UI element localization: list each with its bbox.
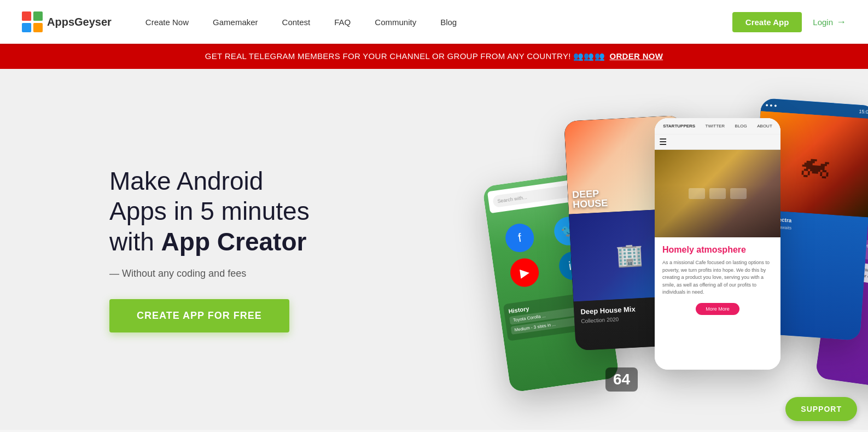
login-arrow-icon: →: [836, 16, 846, 28]
nav-item-create-now[interactable]: Create Now: [133, 0, 201, 44]
hero-subtitle: Without any coding and fees: [109, 268, 317, 279]
phone-restaurant: STARTUPPERS TWITTER BLOG ABOUT ☰: [655, 118, 780, 370]
nav-item-blog[interactable]: Blog: [428, 0, 469, 44]
more-button[interactable]: More More: [696, 303, 739, 315]
phone3-tab-startuppers: STARTUPPERS: [663, 124, 695, 129]
youtube-icon: ▶: [509, 256, 541, 289]
restaurant-name: Homely atmosphere: [662, 245, 773, 255]
hero-title-bold: App Creator: [161, 227, 307, 256]
logo[interactable]: AppsGeyser: [22, 11, 112, 32]
create-app-button[interactable]: Create App: [732, 12, 802, 32]
facebook-icon: f: [504, 222, 536, 254]
create-app-free-button[interactable]: CREATE APP FOR FREE: [109, 299, 289, 332]
phone-group: Search with... f 🐦 ▶ in History Toyota C…: [485, 96, 868, 402]
svg-rect-2: [22, 23, 31, 32]
phone3-tab-about: ABOUT: [757, 124, 772, 129]
nav-item-contest[interactable]: Contest: [270, 0, 323, 44]
banner-text: GET REAL TELEGRAM MEMBERS FOR YOUR CHANN…: [205, 51, 605, 61]
phone3-tab-blog: BLOG: [735, 124, 747, 129]
hero-section: Make Android Apps in 5 minutes with App …: [0, 69, 868, 430]
restaurant-desc: As a missional Cafe focused on lasting o…: [662, 259, 773, 296]
navbar: AppsGeyser Create Now Gamemaker Contest …: [0, 0, 868, 44]
svg-rect-0: [22, 11, 31, 21]
number-badge: 64: [605, 367, 638, 392]
support-button[interactable]: SUPPORT: [785, 397, 857, 421]
nav-links: Create Now Gamemaker Contest FAQ Communi…: [133, 0, 727, 44]
svg-rect-1: [33, 11, 43, 21]
banner-order-link[interactable]: ORDER NOW: [610, 51, 663, 61]
hero-content: Make Android Apps in 5 minutes with App …: [0, 166, 317, 332]
logo-icon: [22, 11, 43, 32]
svg-rect-3: [33, 23, 43, 32]
nav-item-gamemaker[interactable]: Gamemaker: [201, 0, 270, 44]
login-label: Login: [813, 17, 833, 27]
logo-text: AppsGeyser: [47, 16, 112, 28]
nav-item-faq[interactable]: FAQ: [322, 0, 363, 44]
phone3-tab-twitter: TWITTER: [706, 124, 725, 129]
nav-item-community[interactable]: Community: [363, 0, 428, 44]
phones-illustration: Search with... f 🐦 ▶ in History Toyota C…: [485, 96, 868, 402]
hero-title: Make Android Apps in 5 minutes with App …: [109, 166, 317, 257]
promo-banner: GET REAL TELEGRAM MEMBERS FOR YOUR CHANN…: [0, 44, 868, 69]
login-link[interactable]: Login →: [813, 16, 846, 28]
